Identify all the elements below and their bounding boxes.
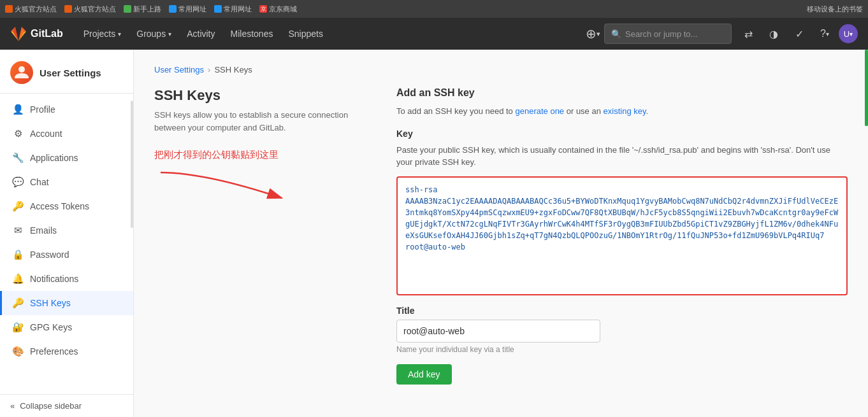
sidebar-item-gpg-keys[interactable]: 🔐 GPG Keys	[0, 315, 133, 339]
page-title: SSH Keys	[154, 87, 371, 104]
browser-tab-3[interactable]: 新手上路	[124, 4, 161, 14]
browser-tab-1[interactable]: 火狐官方站点	[5, 4, 57, 14]
collapse-icon: «	[10, 401, 15, 411]
gpg-keys-icon: 🔐	[12, 322, 24, 333]
add-key-button[interactable]: Add key	[396, 364, 452, 385]
sidebar-item-emails[interactable]: ✉ Emails	[0, 218, 133, 243]
todos-icon[interactable]: ✓	[788, 22, 811, 45]
key-textarea-wrapper: ssh-rsa AAAAB3NzaC1yc2EAAAADAQABAAABAQCc…	[396, 176, 848, 295]
search-box[interactable]: 🔍	[604, 24, 732, 44]
search-icon: 🔍	[611, 29, 621, 39]
key-hint-text: Paste your public SSH key, which is usua…	[396, 144, 848, 169]
collapse-sidebar-button[interactable]: « Collapse sidebar	[0, 394, 133, 417]
user-avatar[interactable]: U▾	[839, 24, 858, 43]
sidebar-item-account[interactable]: ⚙ Account	[0, 122, 133, 146]
nav-milestones[interactable]: Milestones	[223, 18, 281, 50]
nav-projects[interactable]: Projects ▾	[76, 18, 129, 50]
sidebar-title: User Settings	[40, 67, 101, 78]
generate-link[interactable]: generate one	[515, 106, 564, 116]
svg-point-0	[18, 66, 25, 73]
gitlab-logo[interactable]: GitLab	[10, 25, 63, 42]
title-hint: Name your individual key via a title	[396, 345, 848, 354]
sidebar-item-chat[interactable]: 💬 Chat	[0, 170, 133, 194]
annotation-arrow	[154, 166, 294, 204]
title-input[interactable]	[396, 320, 600, 343]
sidebar: User Settings 👤 Profile ⚙ Account 🔧 Appl…	[0, 50, 134, 417]
key-textarea[interactable]: ssh-rsa AAAAB3NzaC1yc2EAAAADAQABAAABAQCc…	[405, 184, 839, 286]
nav-icons: ⇄ ◑ ✓ ?▾ U▾	[737, 22, 858, 45]
mobile-bookmark: 移动设备上的书签	[807, 4, 863, 14]
profile-icon: 👤	[12, 104, 24, 115]
preferences-icon: 🎨	[12, 346, 24, 357]
breadcrumb-separator: ›	[208, 65, 210, 74]
nav-groups[interactable]: Groups ▾	[129, 18, 179, 50]
sidebar-header: User Settings	[0, 56, 133, 94]
right-scrollbar[interactable]	[865, 50, 868, 126]
sidebar-item-profile[interactable]: 👤 Profile	[0, 97, 133, 122]
sidebar-item-ssh-keys[interactable]: 🔑 SSH Keys	[0, 291, 133, 315]
notifications-icon: 🔔	[12, 273, 24, 285]
add-info-text: To add an SSH key you need to generate o…	[396, 105, 848, 118]
sidebar-item-notifications[interactable]: 🔔 Notifications	[0, 267, 133, 291]
main-content: User Settings › SSH Keys SSH Keys SSH ke…	[134, 50, 868, 417]
chat-icon: 💬	[12, 176, 24, 188]
browser-tab-4[interactable]: 常用网址	[169, 4, 206, 14]
content-columns: SSH Keys SSH keys allow you to establish…	[154, 87, 848, 385]
search-input[interactable]	[625, 29, 714, 39]
add-ssh-key-title: Add an SSH key	[396, 87, 848, 99]
merge-requests-icon[interactable]: ⇄	[737, 22, 760, 45]
nav-activity[interactable]: Activity	[179, 18, 222, 50]
breadcrumb: User Settings › SSH Keys	[154, 65, 848, 74]
left-column: SSH Keys SSH keys allow you to establish…	[154, 87, 371, 385]
page-description: SSH keys allow you to establish a secure…	[154, 109, 371, 134]
nav-snippets[interactable]: Snippets	[280, 18, 330, 50]
gitlab-navbar: GitLab Projects ▾ Groups ▾ Activity Mile…	[0, 18, 868, 50]
annotation-area: 把刚才得到的公钥黏贴到这里	[154, 149, 371, 206]
ssh-keys-icon: 🔑	[12, 297, 24, 309]
issues-icon[interactable]: ◑	[762, 22, 785, 45]
sidebar-item-preferences[interactable]: 🎨 Preferences	[0, 339, 133, 364]
sidebar-item-password[interactable]: 🔒 Password	[0, 243, 133, 267]
emails-icon: ✉	[12, 225, 24, 236]
sidebar-item-applications[interactable]: 🔧 Applications	[0, 146, 133, 170]
browser-tab-5[interactable]: 常用网址	[214, 4, 252, 14]
help-icon[interactable]: ?▾	[813, 22, 836, 45]
sidebar-item-access-tokens[interactable]: 🔑 Access Tokens	[0, 194, 133, 218]
existing-key-link[interactable]: existing key	[604, 106, 646, 116]
right-column: Add an SSH key To add an SSH key you nee…	[396, 87, 848, 385]
key-section-label: Key	[396, 129, 848, 139]
browser-tab-2[interactable]: 火狐官方站点	[64, 4, 116, 14]
password-icon: 🔒	[12, 249, 24, 260]
browser-bar: 火狐官方站点 火狐官方站点 新手上路 常用网址 常用网址 京 京东商城 移动设备…	[0, 0, 868, 18]
browser-tab-6[interactable]: 京 京东商城	[259, 4, 297, 14]
account-icon: ⚙	[12, 128, 24, 139]
sidebar-scrollbar[interactable]	[131, 101, 133, 228]
access-tokens-icon: 🔑	[12, 201, 24, 212]
breadcrumb-current: SSH Keys	[214, 65, 252, 74]
breadcrumb-parent[interactable]: User Settings	[154, 65, 204, 74]
user-settings-avatar	[10, 61, 33, 84]
app-layout: User Settings 👤 Profile ⚙ Account 🔧 Appl…	[0, 50, 868, 417]
new-item-button[interactable]: ⊕ ▾	[581, 22, 604, 45]
title-field-label: Title	[396, 306, 848, 316]
applications-icon: 🔧	[12, 152, 24, 164]
annotation-text: 把刚才得到的公钥黏贴到这里	[154, 149, 371, 161]
